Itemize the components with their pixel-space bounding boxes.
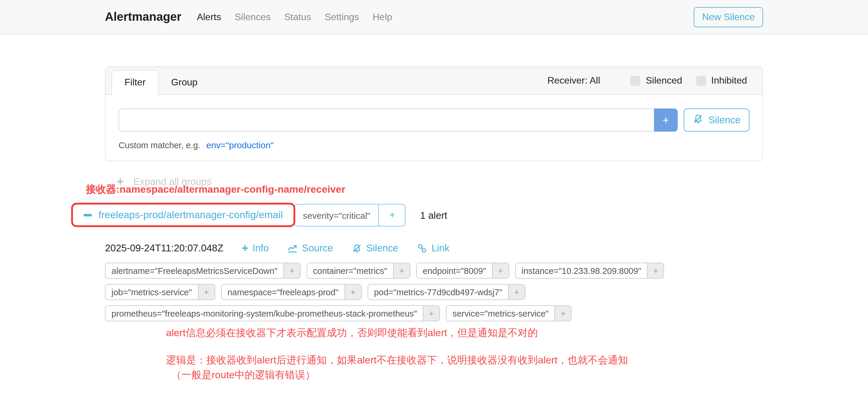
- alert-label-text[interactable]: alertname="FreeleapsMetricsServiceDown": [105, 263, 283, 278]
- nav-item-help[interactable]: Help: [373, 11, 392, 22]
- custom-matcher-hint: Custom matcher, e.g. env="production": [119, 140, 749, 150]
- bell-slash-icon: [351, 243, 362, 253]
- logic-annotation-note-2: （一般是route中的逻辑有错误）: [172, 368, 763, 382]
- label-add-filter-button[interactable]: +: [647, 263, 664, 278]
- alert-header-row: 2025-09-24T11:20:07.048Z + Info Source: [105, 243, 763, 254]
- silence-alert-button[interactable]: Silence: [351, 243, 398, 254]
- alert-label-text[interactable]: service="metrics-service": [446, 306, 554, 321]
- silenced-checkbox[interactable]: [630, 75, 640, 86]
- alertmanager-page: Alertmanager Alerts Silences Status Sett…: [0, 0, 868, 399]
- alert-label-job: job="metrics-service" +: [105, 284, 215, 300]
- logic-annotation-note: 逻辑是：接收器收到alert后进行通知，如果alert不在接收器下，说明接收器没…: [166, 354, 763, 368]
- group-matcher-chip: severity="critical" +: [294, 204, 406, 226]
- plus-icon: +: [242, 243, 248, 254]
- receiver-filter-dropdown[interactable]: Receiver: All: [547, 75, 600, 86]
- tab-group[interactable]: Group: [159, 70, 210, 94]
- label-add-filter-button[interactable]: +: [344, 284, 361, 299]
- alert-group-row: freeleaps-prod/alertmanager-config/email…: [105, 203, 763, 227]
- alert-label-text[interactable]: instance="10.233.98.209:8009": [516, 263, 647, 278]
- link-button-label: Link: [431, 243, 450, 254]
- silenced-checkbox-label: Silenced: [646, 75, 682, 86]
- alert-label-service: service="metrics-service" +: [446, 305, 571, 321]
- minus-icon: [84, 214, 92, 216]
- label-add-filter-button[interactable]: +: [555, 306, 571, 321]
- alert-label-text[interactable]: pod="metrics-77d9cdb497-wdsj7": [368, 284, 508, 299]
- brand-link[interactable]: Alertmanager: [105, 10, 181, 24]
- inhibited-checkbox-label: Inhibited: [711, 75, 747, 86]
- add-matcher-button[interactable]: +: [654, 109, 678, 132]
- alert-label-instance: instance="10.233.98.209:8009" +: [515, 263, 664, 279]
- label-add-filter-button[interactable]: +: [423, 306, 439, 321]
- group-matcher-label[interactable]: severity="critical": [295, 205, 378, 226]
- alert-label-alertname: alertname="FreeleapsMetricsServiceDown" …: [105, 263, 301, 279]
- silence-alert-button-label: Silence: [366, 243, 398, 254]
- alert-label-text[interactable]: endpoint="8009": [417, 263, 492, 278]
- label-add-filter-button[interactable]: +: [508, 284, 525, 299]
- link-button[interactable]: Link: [416, 243, 450, 254]
- inhibited-checkbox[interactable]: [696, 75, 706, 86]
- nav-item-alerts[interactable]: Alerts: [197, 11, 221, 22]
- receiver-group-button[interactable]: freeleaps-prod/alertmanager-config/email: [84, 209, 283, 221]
- label-add-filter-button[interactable]: +: [283, 263, 300, 278]
- receiver-annotation-note: 接收器:namespace/altermanager-config-name/r…: [86, 183, 763, 196]
- filter-panel: Filter Group Receiver: All Silenced Inhi…: [105, 66, 763, 161]
- bell-slash-icon: [692, 113, 704, 127]
- tab-filter[interactable]: Filter: [112, 70, 159, 95]
- receiver-group-label: freeleaps-prod/alertmanager-config/email: [98, 209, 283, 221]
- silence-filter-button[interactable]: Silence: [684, 109, 749, 132]
- alert-count: 1 alert: [420, 210, 447, 221]
- group-matcher-add-button[interactable]: +: [378, 205, 405, 226]
- matcher-example-link[interactable]: env="production": [206, 140, 274, 150]
- link-icon: [416, 243, 427, 253]
- info-button[interactable]: + Info: [242, 243, 269, 254]
- alert-label-namespace: namespace="freeleaps-prod" +: [221, 284, 361, 300]
- alert-label-pod: pod="metrics-77d9cdb497-wdsj7" +: [368, 284, 525, 300]
- nav-item-silences[interactable]: Silences: [235, 11, 271, 22]
- custom-matcher-hint-text: Custom matcher, e.g.: [119, 141, 200, 150]
- label-add-filter-button[interactable]: +: [393, 263, 410, 278]
- matcher-input[interactable]: [119, 109, 654, 132]
- label-add-filter-button[interactable]: +: [492, 263, 508, 278]
- label-add-filter-button[interactable]: +: [198, 284, 214, 299]
- alert-label-prometheus: prometheus="freeleaps-monitoring-system/…: [105, 305, 440, 321]
- filter-panel-header: Filter Group Receiver: All Silenced Inhi…: [105, 67, 763, 95]
- silence-filter-button-label: Silence: [709, 115, 741, 126]
- nav-item-settings[interactable]: Settings: [324, 11, 359, 22]
- alert-label-text[interactable]: namespace="freeleaps-prod": [221, 284, 344, 299]
- new-silence-button[interactable]: New Silence: [694, 7, 763, 27]
- source-button-label: Source: [302, 243, 333, 254]
- filter-panel-body: + Silence Custom matcher, e.g.: [105, 95, 763, 161]
- alert-labels: alertname="FreeleapsMetricsServiceDown" …: [105, 263, 763, 321]
- chart-line-icon: [287, 243, 298, 253]
- alert-annotation-note: alert信息必须在接收器下才表示配置成功，否则即使能看到alert，但是通知是…: [166, 326, 763, 340]
- top-navbar: Alertmanager Alerts Silences Status Sett…: [0, 0, 868, 34]
- alert-label-endpoint: endpoint="8009" +: [416, 263, 509, 279]
- alert-label-text[interactable]: container="metrics": [307, 263, 393, 278]
- alert-label-text[interactable]: job="metrics-service": [105, 284, 198, 299]
- info-button-label: Info: [253, 243, 269, 254]
- nav-item-status[interactable]: Status: [284, 11, 311, 22]
- alert-timestamp: 2025-09-24T11:20:07.048Z: [105, 243, 223, 254]
- alert-label-container: container="metrics" +: [307, 263, 410, 279]
- source-button[interactable]: Source: [287, 243, 333, 254]
- alert-label-text[interactable]: prometheus="freeleaps-monitoring-system/…: [105, 306, 423, 321]
